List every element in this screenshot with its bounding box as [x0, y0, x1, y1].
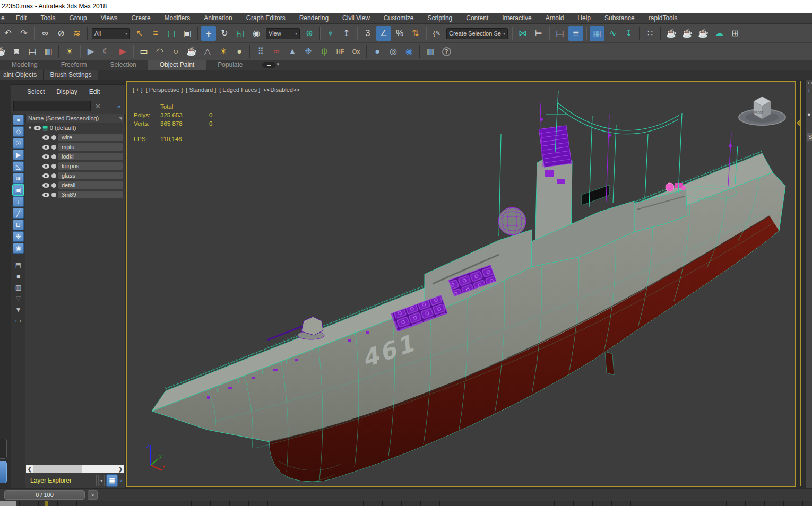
unlink-selection-icon[interactable]: ⊘	[54, 26, 68, 41]
explorer-type-dropdown-icon[interactable]: ▾	[98, 475, 105, 486]
display-bones-icon[interactable]: ╱	[13, 208, 24, 219]
percent-snap-toggle-icon[interactable]: %	[392, 26, 407, 41]
collection-icon[interactable]: ▭	[13, 316, 24, 326]
track-bar[interactable]	[0, 501, 812, 506]
explorer-menu-edit[interactable]: Edit	[85, 88, 105, 95]
menu-item-substance[interactable]: Substance	[598, 14, 642, 22]
ribbon-tab-selection[interactable]: Selection	[98, 60, 148, 70]
hair-fx-icon[interactable]: HF	[333, 44, 348, 59]
select-and-link-icon[interactable]: ∞	[38, 26, 53, 41]
visibility-eye-icon[interactable]	[42, 154, 49, 159]
modify-tab-partial-icon[interactable]: ●	[807, 111, 811, 117]
menu-item-group[interactable]: Group	[62, 14, 93, 22]
render-in-cloud-icon[interactable]: ☁	[712, 26, 727, 41]
visibility-eye-icon[interactable]	[42, 135, 49, 140]
filter-icon[interactable]: ▼	[13, 304, 24, 315]
ribbon-tab-populate[interactable]: Populate	[206, 60, 254, 70]
use-pivot-point-center-icon[interactable]: ⊕	[302, 26, 317, 41]
scroll-left-icon[interactable]: ❮	[26, 466, 33, 472]
menu-item-graph-editors[interactable]: Graph Editors	[239, 14, 292, 22]
toggle-ribbon-icon[interactable]: ▦	[590, 26, 604, 41]
visibility-eye-icon[interactable]	[42, 193, 49, 197]
menu-item-animation[interactable]: Animation	[197, 14, 239, 22]
display-groups-icon[interactable]: ▣	[13, 185, 24, 195]
reference-coordinate-dropdown[interactable]: View▾	[266, 28, 300, 39]
snaps-toggle-icon[interactable]: 3	[360, 26, 375, 41]
keyboard-shortcut-override-icon[interactable]: ↥	[339, 26, 354, 41]
procedural-icon[interactable]: ❉	[301, 44, 316, 59]
display-space-warps-icon[interactable]: ≋	[13, 173, 24, 184]
selection-filter-dropdown[interactable]: All▾	[92, 28, 130, 39]
scrollbar-thumb[interactable]	[33, 465, 82, 473]
ribbon-tab-freeform[interactable]: Freeform	[49, 60, 99, 70]
align-icon[interactable]: ⊨	[531, 26, 546, 41]
ship-model-canvas[interactable]: 461	[127, 82, 795, 486]
object-row-mptu[interactable]: mptu	[25, 142, 125, 152]
menu-item-help[interactable]: Help	[571, 14, 598, 22]
point-light-icon[interactable]: ●	[232, 44, 247, 59]
select-object-icon[interactable]: ↖	[132, 26, 147, 41]
named-selection-set-dropdown[interactable]: Create Selection Se▾	[446, 28, 508, 39]
select-and-manipulate-icon[interactable]: ⌖	[323, 26, 338, 41]
display-cameras-icon[interactable]: ▶	[13, 150, 24, 160]
property-sheet-icon[interactable]: ▥	[13, 282, 24, 292]
footer-more-icon[interactable]: »	[119, 477, 123, 484]
object-row-wire[interactable]: wire	[25, 133, 125, 142]
viewport-menu-segment-3[interactable]: [ Edged Faces ]	[219, 86, 260, 93]
select-and-place-icon[interactable]: ◉	[249, 26, 264, 41]
viewcube[interactable]: FRONT	[737, 90, 788, 131]
viewport-menu-segment-1[interactable]: [ Perspective ]	[146, 86, 183, 93]
edit-named-selection-sets-icon[interactable]: {✎	[429, 26, 444, 41]
display-geometry-icon[interactable]: ●	[13, 115, 24, 125]
expand-panel-icon[interactable]: »	[117, 103, 120, 109]
select-and-move-icon[interactable]: +	[201, 26, 216, 41]
viewport-layout-tab[interactable]	[0, 439, 7, 459]
schematic-view-icon[interactable]: ∷	[643, 26, 658, 41]
viewport-menu-segment-0[interactable]: [ + ]	[133, 86, 143, 93]
visibility-eye-icon[interactable]	[42, 173, 49, 178]
menu-item-civil-view[interactable]: Civil View	[335, 14, 377, 22]
select-and-scale-icon[interactable]: ◱	[233, 26, 248, 41]
ribbon-panel-tab-aint-objects[interactable]: aint Objects	[0, 70, 44, 80]
perspective-viewport[interactable]: [ + ][ Perspective ][ Standard ][ Edged …	[126, 81, 796, 487]
search-input[interactable]	[13, 101, 91, 111]
name-column-header[interactable]: Name (Sorted Descending) ◥	[25, 114, 125, 123]
command-panel-sliver[interactable]: + ● S	[806, 80, 812, 488]
rectangular-selection-region-icon[interactable]: ▢	[164, 26, 179, 41]
ribbon-tab-object-paint[interactable]: Object Paint	[148, 60, 206, 70]
redo-icon[interactable]: ↷	[16, 26, 31, 41]
menu-item-create[interactable]: Create	[125, 14, 158, 22]
shader-select-icon[interactable]: ◉	[402, 44, 417, 59]
menu-item-modifiers[interactable]: Modifiers	[158, 14, 197, 22]
render-gallery-icon[interactable]: ⊞	[728, 26, 742, 41]
disc-light-icon[interactable]: ○	[168, 44, 183, 59]
material-sphere-icon[interactable]: ●	[370, 44, 385, 59]
distant-light-icon[interactable]: ☀	[216, 44, 231, 59]
chevron-down-icon[interactable]: ▾	[277, 62, 280, 70]
create-tab-partial-icon[interactable]: +	[807, 88, 810, 94]
dope-sheet-icon[interactable]: ↧	[621, 26, 636, 41]
menu-item-customize[interactable]: Customize	[377, 14, 421, 22]
skydome-light-icon[interactable]: ◠	[152, 44, 167, 59]
next-frame-button[interactable]: >	[88, 490, 98, 500]
menu-item-e[interactable]: e	[0, 14, 9, 22]
blank-filter-icon[interactable]: ■	[13, 271, 24, 281]
script-editor-icon[interactable]: ▥	[423, 44, 438, 59]
time-slider[interactable]: 0 / 100	[4, 490, 85, 500]
toggle-scene-explorer-icon[interactable]: ▤	[552, 26, 567, 41]
explorer-menu-display[interactable]: Display	[52, 88, 81, 95]
menu-item-tools[interactable]: Tools	[33, 14, 62, 22]
display-shapes-icon[interactable]: ◇	[13, 126, 24, 137]
viewport-layout-tab-active[interactable]	[0, 461, 7, 483]
menu-item-scripting[interactable]: Scripting	[421, 14, 460, 22]
render-setup-icon[interactable]: ☕	[664, 26, 679, 41]
window-crossing-icon[interactable]: ▣	[180, 26, 195, 41]
visibility-eye-icon[interactable]	[34, 126, 41, 130]
render-settings-icon[interactable]: ▤	[25, 44, 40, 59]
mirror-icon[interactable]: ⋈	[515, 26, 530, 41]
object-row-korpus[interactable]: korpus	[25, 161, 125, 171]
scroll-right-icon[interactable]: ❯	[117, 466, 124, 472]
clip-arrow-icon[interactable]	[796, 119, 801, 127]
list-view-icon[interactable]: ▤	[13, 260, 24, 270]
menu-item-interactive[interactable]: Interactive	[495, 14, 538, 22]
